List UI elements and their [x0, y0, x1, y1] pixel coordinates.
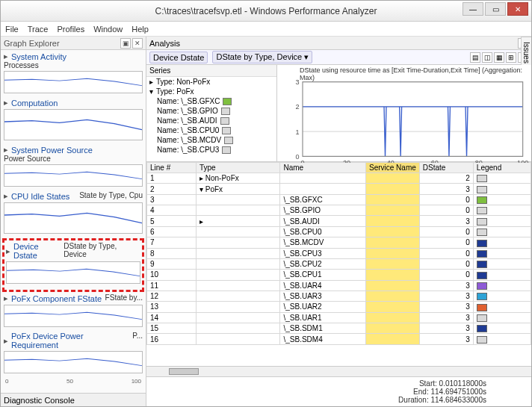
duration-value: 114.684633000s	[430, 396, 486, 404]
series-panel[interactable]: Series ▸Type: Non-PoFx▾Type: PoFxName: \…	[146, 65, 277, 161]
analysis-panel: IssuesDetails Analysis ✕ Device Dstate D…	[146, 37, 531, 406]
legend-swatch	[477, 240, 487, 247]
view-table-icon[interactable]: ▦	[494, 52, 504, 63]
mini-title[interactable]: System Power Source	[4, 145, 93, 155]
end-value: 114.694751000s	[430, 388, 486, 396]
series-row[interactable]: Name: \_SB.CPU0	[146, 125, 276, 135]
expand-icon[interactable]: ⊞	[506, 52, 516, 63]
scrollbar-thumb[interactable]	[169, 368, 199, 375]
table-row[interactable]: 11\_SB.UAR43	[147, 280, 531, 291]
time-footer: Start: 0.010118000s End: 114.694751000s …	[146, 376, 531, 406]
table-row[interactable]: 9\_SB.CPU20	[147, 258, 531, 269]
table-row[interactable]: 10\_SB.CPU10	[147, 270, 531, 280]
analysis-header: Analysis ✕	[146, 37, 531, 50]
mini-title[interactable]: Device Dstate	[6, 242, 64, 260]
mini-chart[interactable]	[4, 202, 143, 234]
graph-explorer: Graph Explorer ▣✕ System ActivityProcess…	[1, 37, 146, 406]
chart-svg: 0123020406080100	[277, 65, 531, 167]
mini-system-activity[interactable]: System ActivityProcesses	[4, 52, 143, 93]
close-panel-icon[interactable]: ✕	[132, 38, 143, 49]
table-row[interactable]: 3\_SB.GFXC0	[147, 194, 531, 205]
series-row[interactable]: Name: \_SB.GFXC	[146, 96, 276, 106]
mini-title[interactable]: CPU Idle States	[4, 191, 69, 201]
mini-chart[interactable]	[4, 71, 143, 93]
svg-rect-14	[303, 82, 523, 157]
legend-swatch	[477, 293, 487, 300]
view-both-icon[interactable]: ◫	[482, 52, 492, 63]
device-mode-dropdown[interactable]: DState by Type, Device ▾	[212, 51, 312, 63]
sidetab-issues[interactable]: Issues	[521, 37, 531, 69]
pin-icon[interactable]: ▣	[120, 38, 131, 49]
legend-swatch	[477, 207, 487, 214]
menu-profiles[interactable]: Profiles	[57, 25, 84, 34]
legend-swatch	[477, 325, 487, 332]
data-table-wrap[interactable]: Line #TypeNameService NameDStateLegend 1…	[146, 162, 531, 366]
mini-title[interactable]: PoFx Device Power Requirement	[4, 332, 132, 349]
table-row[interactable]: 16\_SB.SDM43	[147, 334, 531, 344]
mini-chart[interactable]	[4, 351, 143, 373]
minimize-button[interactable]: —	[463, 2, 483, 16]
mini-sub: Power Source	[4, 155, 143, 163]
col-type[interactable]: Type	[196, 163, 279, 173]
series-row[interactable]: Name: \_SB.MCDV	[146, 135, 276, 145]
col-name[interactable]: Name	[280, 163, 366, 173]
mini-title[interactable]: System Activity	[4, 52, 66, 61]
col-service-name[interactable]: Service Name	[365, 163, 419, 173]
mini-computation[interactable]: Computation	[4, 98, 143, 140]
mini-pofx-device-power-requirement[interactable]: PoFx Device Power RequirementP...	[4, 332, 143, 373]
legend-swatch	[477, 250, 487, 258]
table-row[interactable]: 2▾ PoFx3	[147, 184, 531, 194]
menu-window[interactable]: Window	[93, 25, 123, 34]
series-row[interactable]: Name: \_SB.CPU3	[146, 145, 276, 155]
mini-title[interactable]: PoFx Component FState	[4, 293, 102, 303]
mini-chart[interactable]	[4, 109, 143, 140]
table-row[interactable]: 14\_SB.UAR13	[147, 312, 531, 323]
table-row[interactable]: 5▸ \_SB.AUDI3	[147, 216, 531, 226]
series-label: Type: Non-PoFx	[156, 78, 210, 86]
mini-system-power-source[interactable]: System Power SourcePower Source	[4, 145, 143, 187]
col-line-[interactable]: Line #	[147, 163, 197, 173]
legend-swatch	[477, 272, 487, 279]
table-row[interactable]: 13\_SB.UAR23	[147, 302, 531, 312]
chart-area[interactable]: DState using resource time as [Exit Time…	[277, 65, 531, 161]
table-row[interactable]: 7\_SB.MCDV0	[147, 237, 531, 248]
table-row[interactable]: 8\_SB.CPU30	[147, 248, 531, 258]
color-swatch	[222, 127, 231, 134]
expand-icon[interactable]: ▸	[149, 78, 153, 86]
table-row[interactable]: 12\_SB.UAR33	[147, 291, 531, 301]
legend-swatch	[477, 282, 487, 290]
window-buttons: — ▭ ✕	[463, 2, 528, 16]
view-chart-icon[interactable]: ▤	[470, 52, 480, 63]
diagnostic-console-tab[interactable]: Diagnostic Console	[1, 393, 146, 406]
mini-device-dstate[interactable]: Device DstateDState by Type, Device	[6, 242, 140, 284]
mini-subtitle: DState by Type, Device	[64, 242, 140, 260]
menu-trace[interactable]: Trace	[28, 25, 49, 34]
menu-file[interactable]: File	[5, 25, 19, 34]
mini-pofx-component-fstate[interactable]: PoFx Component FStateFState by...	[4, 293, 143, 327]
table-row[interactable]: 15\_SB.SDM13	[147, 323, 531, 334]
graph-explorer-header: Graph Explorer ▣✕	[1, 37, 146, 50]
mini-cpu-idle-states[interactable]: CPU Idle StatesState by Type, Cpu	[4, 191, 143, 234]
maximize-button[interactable]: ▭	[485, 2, 506, 16]
mini-chart[interactable]	[4, 164, 143, 187]
col-dstate[interactable]: DState	[419, 163, 473, 173]
mini-title[interactable]: Computation	[4, 98, 58, 108]
color-swatch	[224, 137, 233, 144]
series-row[interactable]: Name: \_SB.GPIO	[146, 106, 276, 116]
menu-help[interactable]: Help	[132, 25, 149, 34]
table-row[interactable]: 1▸ Non-PoFx2	[147, 173, 531, 184]
series-row[interactable]: Name: \_SB.AUDI	[146, 116, 276, 125]
table-row[interactable]: 6\_SB.CPU00	[147, 226, 531, 237]
horizontal-scrollbar[interactable]	[146, 366, 531, 376]
expand-icon[interactable]: ▾	[149, 87, 153, 96]
highlight-device-dstate: Device DstateDState by Type, Device	[2, 238, 144, 292]
mini-chart[interactable]	[6, 261, 140, 284]
close-button[interactable]: ✕	[507, 2, 528, 16]
col-legend[interactable]: Legend	[473, 163, 531, 173]
series-row[interactable]: ▸Type: Non-PoFx	[146, 77, 276, 87]
table-row[interactable]: 4\_SB.GPIO0	[147, 205, 531, 216]
device-title: Device Dstate	[149, 52, 208, 63]
mini-chart[interactable]	[4, 305, 143, 327]
series-row[interactable]: ▾Type: PoFx	[146, 87, 276, 96]
graph-explorer-body[interactable]: System ActivityProcessesComputationSyste…	[1, 50, 146, 393]
